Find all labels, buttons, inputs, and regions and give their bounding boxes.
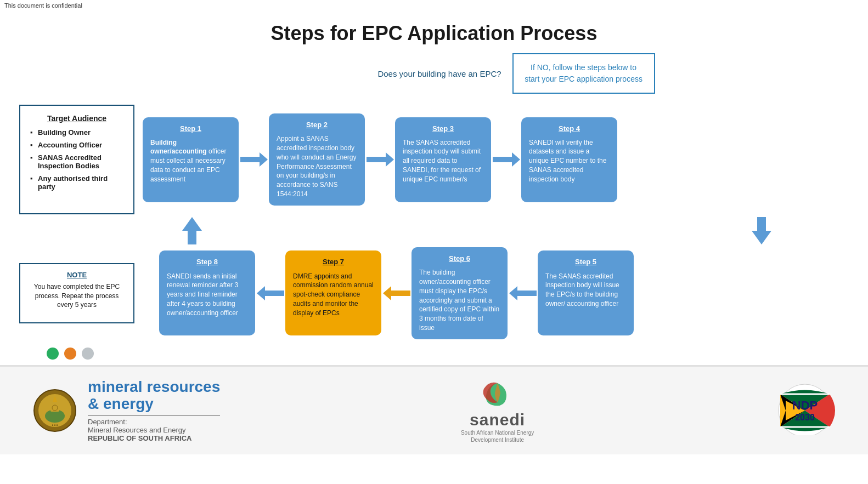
arrow-1-2 — [239, 151, 269, 168]
confidential-label: This document is confidential — [0, 0, 868, 11]
epc-question-area: Does your building have an EPC? If NO, f… — [11, 53, 857, 94]
footer-center: sanedi South African National EnergyDeve… — [461, 378, 534, 443]
step3-title: Step 3 — [403, 124, 483, 134]
main-content: Steps for EPC Application Process Does y… — [0, 11, 868, 365]
step4-title: Step 4 — [529, 124, 610, 134]
step2-box: Step 2 Appoint a SANAS accredited inspec… — [269, 113, 365, 206]
target-list: Building Owner Accounting Officer SANAS … — [30, 128, 123, 191]
footer-text-block: mineral resources& energy Department: Mi… — [88, 379, 220, 442]
arrow-2-3 — [365, 151, 395, 168]
note-box: NOTE You have completed the EPC process.… — [19, 263, 134, 323]
step8-title: Step 8 — [167, 257, 247, 267]
step4-box: Step 4 SANEDI will verify the datasets a… — [521, 117, 617, 202]
sanedi-sub: South African National EnergyDevelopment… — [461, 429, 534, 443]
step7-box: Step 7 DMRE appoints and commission rand… — [285, 250, 381, 335]
svg-marker-5 — [257, 286, 284, 300]
step7-content: DMRE appoints and commission random annu… — [293, 272, 374, 318]
sanedi-logo-icon — [478, 378, 517, 411]
svg-marker-1 — [367, 152, 394, 167]
step4-content: SANEDI will verify the datasets and issu… — [529, 138, 610, 184]
step5-content: The SANAS accredited inspection body wil… — [545, 272, 626, 309]
step1-box: Step 1 Building owner/accounting officer… — [143, 117, 239, 202]
up-arrow-step1 — [144, 217, 240, 244]
row-top: Target Audience Building Owner Accountin… — [19, 105, 849, 214]
arrow-8-7 — [255, 285, 285, 301]
footer-dept-sub: Department: Mineral Resources and Energy… — [88, 415, 220, 442]
dot-gray[interactable] — [82, 348, 94, 360]
flow-layout: Target Audience Building Owner Accountin… — [11, 105, 857, 360]
target-item-3: SANAS Accredited Inspection Bodies — [30, 153, 123, 170]
sanedi-text: sanedi — [470, 411, 525, 429]
target-item-4: Any authorised third party — [30, 174, 123, 191]
sa-emblem-icon: ♦ ♦ ♦ — [33, 389, 77, 432]
step1-title: Step 1 — [150, 124, 231, 134]
step5-box: Step 5 The SANAS accredited inspection b… — [538, 250, 634, 335]
step2-content: Appoint a SANAS accredited inspection bo… — [277, 134, 357, 199]
svg-marker-0 — [240, 152, 268, 167]
footer-dept-name: mineral resources& energy — [88, 379, 220, 413]
svg-text:♦ ♦ ♦: ♦ ♦ ♦ — [52, 423, 58, 426]
ndp-logo-area: NDP 2030 — [775, 383, 835, 437]
note-text: You have completed the EPC process. Repe… — [28, 282, 126, 310]
svg-text:NDP: NDP — [792, 398, 818, 412]
footer-left: ♦ ♦ ♦ mineral resources& energy Departme… — [33, 379, 220, 442]
arrow-3-4 — [491, 151, 521, 168]
dot-green[interactable] — [47, 348, 59, 360]
svg-marker-7 — [509, 286, 537, 300]
svg-marker-2 — [493, 152, 520, 167]
arrow-6-5 — [508, 285, 538, 301]
svg-text:2030: 2030 — [795, 413, 815, 422]
target-item-1: Building Owner — [30, 128, 123, 136]
ndp-logo-icon: NDP 2030 — [775, 383, 835, 435]
step3-content: The SANAS accredited inspection body wil… — [403, 138, 483, 184]
arrow-7-6 — [381, 285, 412, 301]
step8-box: Step 8 SANEDI sends an initial renewal r… — [159, 250, 255, 335]
sanedi-logo-area: sanedi South African National EnergyDeve… — [461, 378, 534, 443]
target-box: Target Audience Building Owner Accountin… — [19, 105, 134, 214]
epc-no-box: If NO, follow the steps below to start y… — [512, 53, 655, 94]
target-title: Target Audience — [30, 114, 123, 123]
step3-box: Step 3 The SANAS accredited inspection b… — [395, 117, 491, 202]
footer: ♦ ♦ ♦ mineral resources& energy Departme… — [0, 365, 868, 454]
epc-question-text: Does your building have an EPC? — [377, 68, 501, 79]
svg-marker-6 — [383, 286, 410, 300]
step6-content: The building owner/accounting officer mu… — [419, 268, 500, 333]
step2-title: Step 2 — [277, 120, 357, 130]
step1-content: Building owner/accounting officer must c… — [150, 138, 231, 184]
page-title: Steps for EPC Application Process — [11, 11, 857, 53]
row-mid — [19, 217, 849, 244]
svg-marker-3 — [182, 217, 202, 244]
svg-point-13 — [52, 405, 58, 411]
step6-title: Step 6 — [419, 254, 500, 264]
step6-box: Step 6 The building owner/accounting off… — [412, 247, 508, 339]
down-arrow-step4 — [713, 217, 809, 244]
target-item-2: Accounting Officer — [30, 141, 123, 149]
dot-orange[interactable] — [64, 348, 76, 360]
step5-title: Step 5 — [545, 257, 626, 267]
svg-marker-4 — [752, 217, 771, 244]
dots-area — [19, 348, 849, 360]
note-title: NOTE — [28, 271, 126, 279]
row-bot: NOTE You have completed the EPC process.… — [19, 247, 849, 339]
step8-content: SANEDI sends an initial renewal reminder… — [167, 272, 247, 318]
step7-title: Step 7 — [293, 257, 374, 267]
